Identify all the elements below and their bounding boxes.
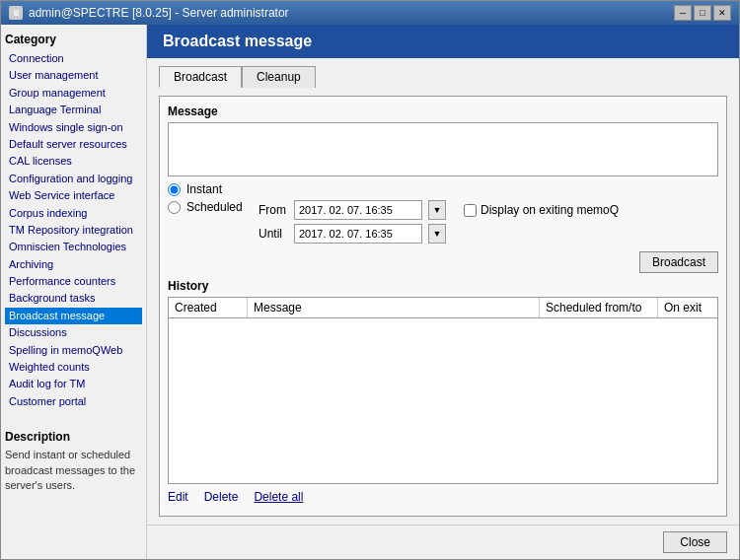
bottom-bar: Close [147, 525, 739, 559]
sidebar-item-archiving[interactable]: Archiving [5, 256, 142, 273]
title-bar: 🖥 admin@SPECTRE [8.0.25] - Server admini… [1, 1, 739, 25]
sidebar-item-group-management[interactable]: Group management [5, 85, 142, 102]
radio-instant-row: Instant [168, 182, 251, 196]
from-label: From [259, 203, 288, 217]
sidebar-item-default-server[interactable]: Default server resources [5, 136, 142, 153]
sidebar-item-web-service[interactable]: Web Service interface [5, 187, 142, 204]
message-textarea[interactable] [168, 122, 718, 176]
broadcast-btn-row: Broadcast [168, 251, 718, 273]
window-icon: 🖥 [9, 6, 23, 20]
content-body: Broadcast Cleanup Message Instant [147, 58, 739, 525]
tab-broadcast[interactable]: Broadcast [159, 66, 242, 88]
display-exit-label: Display on exiting memoQ [481, 203, 619, 217]
sidebar-item-corpus-indexing[interactable]: Corpus indexing [5, 205, 142, 222]
history-col-created: Created [169, 298, 248, 317]
until-date-input[interactable] [294, 224, 422, 244]
history-label: History [168, 279, 718, 293]
main-content: Category Connection User management Grou… [1, 25, 739, 559]
radio-scheduled-row: Scheduled [168, 200, 251, 214]
tabs: Broadcast Cleanup [159, 66, 727, 88]
title-bar-controls: ─ □ ✕ [674, 5, 731, 21]
sidebar-description: Description Send instant or scheduled br… [5, 422, 142, 493]
edit-link[interactable]: Edit [168, 490, 188, 504]
content-header: Broadcast message [147, 25, 739, 58]
delete-link[interactable]: Delete [204, 490, 239, 504]
maximize-button[interactable]: □ [694, 5, 711, 21]
sidebar-item-omniscien[interactable]: Omniscien Technologies [5, 239, 142, 255]
close-button[interactable]: Close [663, 531, 727, 553]
display-checkbox-row: Display on exiting memoQ [464, 203, 619, 217]
content-area: Broadcast message Broadcast Cleanup Mess… [147, 25, 739, 559]
from-row: From ▼ Display on exiting memoQ [259, 200, 619, 220]
delete-all-link[interactable]: Delete all [254, 490, 303, 504]
history-header: Created Message Scheduled from/to On exi… [169, 298, 717, 318]
from-date-input[interactable] [294, 200, 422, 220]
history-actions: Edit Delete Delete all [168, 486, 718, 508]
window-close-button[interactable]: ✕ [713, 5, 731, 21]
sidebar-item-tm-repository[interactable]: TM Repository integration [5, 222, 142, 239]
scheduled-fields: From ▼ Display on exiting memoQ Until [259, 200, 619, 244]
tab-content-broadcast: Message Instant Scheduled [159, 96, 727, 517]
description-label: Description [5, 430, 142, 444]
radio-instant[interactable] [168, 183, 181, 196]
message-label: Message [168, 105, 718, 118]
sidebar-item-background-tasks[interactable]: Background tasks [5, 290, 142, 307]
radio-instant-label: Instant [186, 182, 251, 196]
sidebar-item-customer-portal[interactable]: Customer portal [5, 393, 142, 410]
until-date-picker-button[interactable]: ▼ [428, 224, 446, 244]
minimize-button[interactable]: ─ [674, 5, 692, 21]
description-text: Send instant or scheduled broadcast mess… [5, 448, 142, 493]
history-col-message: Message [248, 298, 540, 317]
history-body [169, 318, 717, 476]
history-table: Created Message Scheduled from/to On exi… [168, 297, 718, 484]
until-label: Until [259, 227, 288, 241]
from-date-picker-button[interactable]: ▼ [428, 200, 446, 220]
radio-scheduled-label: Scheduled [186, 200, 251, 214]
radio-group: Instant Scheduled [168, 182, 251, 214]
title-bar-text: admin@SPECTRE [8.0.25] - Server administ… [29, 6, 289, 20]
radio-and-scheduled: Instant Scheduled From [168, 182, 718, 244]
sidebar-item-config-logging[interactable]: Configuration and logging [5, 171, 142, 187]
sidebar-item-connection[interactable]: Connection [5, 50, 142, 67]
title-bar-left: 🖥 admin@SPECTRE [8.0.25] - Server admini… [9, 6, 289, 20]
history-col-onexit: On exit [658, 298, 717, 317]
sidebar: Category Connection User management Grou… [1, 25, 147, 559]
sidebar-item-windows-sso[interactable]: Windows single sign-on [5, 119, 142, 136]
main-window: 🖥 admin@SPECTRE [8.0.25] - Server admini… [0, 0, 740, 560]
sidebar-item-user-management[interactable]: User management [5, 67, 142, 84]
until-row: Until ▼ [259, 224, 619, 244]
sidebar-item-weighted-counts[interactable]: Weighted counts [5, 359, 142, 376]
sidebar-item-broadcast-message[interactable]: Broadcast message [5, 308, 142, 324]
history-col-scheduled: Scheduled from/to [540, 298, 658, 317]
radio-scheduled[interactable] [168, 201, 181, 214]
tab-cleanup[interactable]: Cleanup [242, 66, 316, 88]
sidebar-item-audit-log[interactable]: Audit log for TM [5, 376, 142, 392]
broadcast-button[interactable]: Broadcast [639, 251, 718, 273]
history-section: History Created Message Scheduled from/t… [168, 279, 718, 508]
sidebar-item-spelling[interactable]: Spelling in memoQWeb [5, 342, 142, 359]
sidebar-item-cal-licenses[interactable]: CAL licenses [5, 153, 142, 170]
sidebar-item-language-terminal[interactable]: Language Terminal [5, 102, 142, 118]
category-label: Category [5, 33, 142, 46]
sidebar-item-performance[interactable]: Performance counters [5, 273, 142, 290]
display-exit-checkbox[interactable] [464, 204, 477, 217]
sidebar-item-discussions[interactable]: Discussions [5, 324, 142, 341]
